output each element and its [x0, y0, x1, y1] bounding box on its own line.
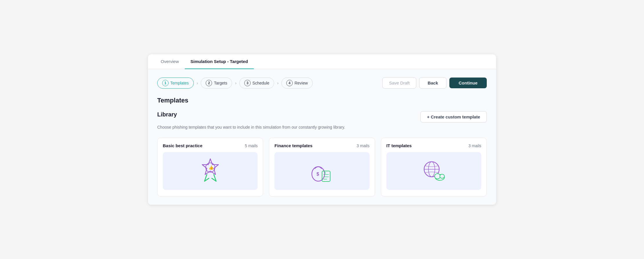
back-button[interactable]: Back — [419, 77, 446, 89]
finance-icon: $ $ — [306, 157, 338, 186]
card-header-it: IT templates 3 mails — [386, 143, 481, 148]
card-title-it: IT templates — [386, 143, 412, 148]
card-header-basic: Basic best practice 5 mails — [163, 143, 258, 148]
page-container: Overview Simulation Setup - Targeted 1 T… — [148, 54, 496, 205]
card-title-finance: Finance templates — [274, 143, 312, 148]
step-label-targets: Targets — [214, 81, 227, 85]
library-header: Library + Create custom template — [157, 111, 487, 123]
continue-button[interactable]: Continue — [449, 78, 487, 88]
template-cards-grid: Basic best practice 5 mails 👍 — [157, 138, 487, 197]
step-review[interactable]: 4 Review — [281, 78, 313, 89]
globe-icon — [418, 157, 450, 186]
library-title: Library — [157, 111, 177, 118]
tab-simulation-setup[interactable]: Simulation Setup - Targeted — [185, 54, 254, 69]
step-number-4: 4 — [286, 80, 293, 86]
tabs-bar: Overview Simulation Setup - Targeted — [148, 54, 496, 69]
award-icon: 👍 — [196, 157, 225, 186]
step-label-schedule: Schedule — [252, 81, 269, 85]
card-header-finance: Finance templates 3 mails — [274, 143, 369, 148]
chevron-icon-1: › — [196, 81, 199, 85]
chevron-icon-3: › — [276, 81, 280, 85]
svg-point-19 — [440, 174, 444, 178]
svg-rect-9 — [322, 171, 330, 181]
step-label-review: Review — [294, 81, 308, 85]
content-area: 1 Templates › 2 Targets › 3 Schedule › 4… — [148, 69, 496, 205]
template-card-finance[interactable]: Finance templates 3 mails $ $ — [269, 138, 375, 197]
step-targets[interactable]: 2 Targets — [201, 78, 232, 89]
template-card-basic-best-practice[interactable]: Basic best practice 5 mails 👍 — [157, 138, 263, 197]
actions-group: Save Draft Back Continue — [382, 77, 487, 89]
card-mails-basic: 5 mails — [245, 143, 258, 148]
card-image-it — [386, 152, 481, 190]
tab-overview[interactable]: Overview — [155, 54, 185, 69]
step-label-templates: Templates — [170, 81, 189, 85]
card-title-basic: Basic best practice — [163, 143, 202, 148]
card-image-basic: 👍 — [163, 152, 258, 190]
save-draft-button[interactable]: Save Draft — [382, 77, 416, 89]
step-number-2: 2 — [206, 80, 212, 86]
library-description: Choose phishing templates that you want … — [157, 125, 487, 130]
svg-text:$: $ — [316, 172, 319, 177]
svg-text:$: $ — [324, 171, 326, 174]
step-schedule[interactable]: 3 Schedule — [239, 78, 274, 89]
card-image-finance: $ $ — [274, 152, 369, 190]
card-mails-it: 3 mails — [468, 143, 481, 148]
stepper: 1 Templates › 2 Targets › 3 Schedule › 4… — [157, 78, 313, 89]
step-templates[interactable]: 1 Templates — [157, 78, 194, 89]
template-card-it[interactable]: IT templates 3 mails — [381, 138, 487, 197]
chevron-icon-2: › — [234, 81, 238, 85]
create-custom-template-button[interactable]: + Create custom template — [420, 111, 487, 123]
card-mails-finance: 3 mails — [357, 143, 369, 148]
stepper-row: 1 Templates › 2 Targets › 3 Schedule › 4… — [157, 77, 487, 89]
page-title: Templates — [157, 97, 487, 104]
svg-text:👍: 👍 — [209, 165, 214, 170]
step-number-3: 3 — [244, 80, 251, 86]
step-number-1: 1 — [162, 80, 169, 86]
